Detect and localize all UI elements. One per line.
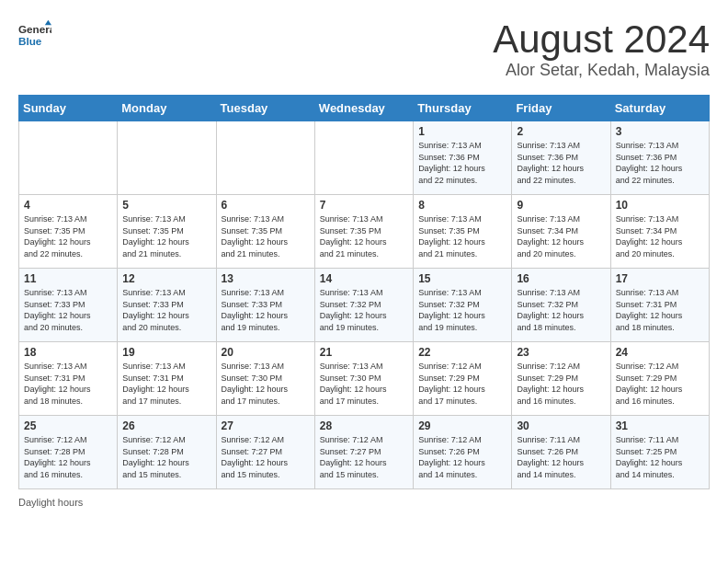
day-info: Sunrise: 7:13 AM Sunset: 7:34 PM Dayligh… <box>616 213 704 259</box>
logo: General Blue <box>18 18 51 52</box>
day-info: Sunrise: 7:13 AM Sunset: 7:31 PM Dayligh… <box>122 361 210 407</box>
day-info: Sunrise: 7:13 AM Sunset: 7:36 PM Dayligh… <box>418 140 506 186</box>
day-number: 26 <box>122 419 210 432</box>
day-cell: 18Sunrise: 7:13 AM Sunset: 7:31 PM Dayli… <box>19 342 118 416</box>
day-info: Sunrise: 7:13 AM Sunset: 7:32 PM Dayligh… <box>418 287 506 333</box>
day-header-row: SundayMondayTuesdayWednesdayThursdayFrid… <box>19 96 710 121</box>
day-number: 25 <box>24 419 112 432</box>
day-cell: 13Sunrise: 7:13 AM Sunset: 7:33 PM Dayli… <box>216 269 314 342</box>
day-cell: 19Sunrise: 7:13 AM Sunset: 7:31 PM Dayli… <box>118 342 216 416</box>
day-header-saturday: Saturday <box>610 96 709 121</box>
day-info: Sunrise: 7:13 AM Sunset: 7:33 PM Dayligh… <box>122 287 210 333</box>
calendar-table: SundayMondayTuesdayWednesdayThursdayFrid… <box>18 95 710 489</box>
day-cell: 21Sunrise: 7:13 AM Sunset: 7:30 PM Dayli… <box>314 342 413 416</box>
day-number: 5 <box>122 199 210 212</box>
day-info: Sunrise: 7:12 AM Sunset: 7:28 PM Dayligh… <box>24 434 112 480</box>
week-row-2: 4Sunrise: 7:13 AM Sunset: 7:35 PM Daylig… <box>19 195 710 269</box>
day-number: 20 <box>222 346 310 359</box>
week-row-5: 25Sunrise: 7:12 AM Sunset: 7:28 PM Dayli… <box>19 416 710 489</box>
day-cell: 23Sunrise: 7:12 AM Sunset: 7:29 PM Dayli… <box>512 342 610 416</box>
day-number: 11 <box>24 272 112 285</box>
day-number: 10 <box>616 199 704 212</box>
day-info: Sunrise: 7:12 AM Sunset: 7:29 PM Dayligh… <box>616 361 704 407</box>
day-number: 17 <box>616 272 704 285</box>
day-info: Sunrise: 7:13 AM Sunset: 7:31 PM Dayligh… <box>24 361 112 407</box>
day-info: Sunrise: 7:13 AM Sunset: 7:35 PM Dayligh… <box>320 213 408 259</box>
day-info: Sunrise: 7:13 AM Sunset: 7:36 PM Dayligh… <box>517 140 605 186</box>
day-cell: 1Sunrise: 7:13 AM Sunset: 7:36 PM Daylig… <box>414 121 512 195</box>
title-area: August 2024 Alor Setar, Kedah, Malaysia <box>493 18 710 80</box>
day-info: Sunrise: 7:13 AM Sunset: 7:33 PM Dayligh… <box>24 287 112 333</box>
day-number: 19 <box>122 346 210 359</box>
day-cell <box>19 121 118 195</box>
day-cell: 5Sunrise: 7:13 AM Sunset: 7:35 PM Daylig… <box>118 195 216 269</box>
day-number: 28 <box>320 419 408 432</box>
day-header-thursday: Thursday <box>414 96 512 121</box>
day-info: Sunrise: 7:12 AM Sunset: 7:27 PM Dayligh… <box>320 434 408 480</box>
day-info: Sunrise: 7:13 AM Sunset: 7:35 PM Dayligh… <box>418 213 506 259</box>
day-info: Sunrise: 7:13 AM Sunset: 7:35 PM Dayligh… <box>122 213 210 259</box>
day-info: Sunrise: 7:12 AM Sunset: 7:26 PM Dayligh… <box>418 434 506 480</box>
week-row-1: 1Sunrise: 7:13 AM Sunset: 7:36 PM Daylig… <box>19 121 710 195</box>
day-cell: 7Sunrise: 7:13 AM Sunset: 7:35 PM Daylig… <box>314 195 413 269</box>
day-number: 27 <box>222 419 310 432</box>
day-number: 12 <box>122 272 210 285</box>
day-header-monday: Monday <box>118 96 216 121</box>
day-info: Sunrise: 7:13 AM Sunset: 7:33 PM Dayligh… <box>222 287 310 333</box>
day-cell: 22Sunrise: 7:12 AM Sunset: 7:29 PM Dayli… <box>414 342 512 416</box>
day-number: 7 <box>320 199 408 212</box>
day-number: 14 <box>320 272 408 285</box>
location-subtitle: Alor Setar, Kedah, Malaysia <box>493 61 710 80</box>
day-number: 18 <box>24 346 112 359</box>
day-cell: 25Sunrise: 7:12 AM Sunset: 7:28 PM Dayli… <box>19 416 118 489</box>
day-number: 4 <box>24 199 112 212</box>
day-info: Sunrise: 7:11 AM Sunset: 7:26 PM Dayligh… <box>517 434 605 480</box>
day-number: 15 <box>418 272 506 285</box>
day-info: Sunrise: 7:12 AM Sunset: 7:29 PM Dayligh… <box>517 361 605 407</box>
day-cell <box>314 121 413 195</box>
day-header-sunday: Sunday <box>19 96 118 121</box>
day-cell: 16Sunrise: 7:13 AM Sunset: 7:32 PM Dayli… <box>512 269 610 342</box>
logo-icon: General Blue <box>18 18 51 52</box>
day-header-friday: Friday <box>512 96 610 121</box>
day-info: Sunrise: 7:12 AM Sunset: 7:28 PM Dayligh… <box>122 434 210 480</box>
day-header-tuesday: Tuesday <box>216 96 314 121</box>
day-number: 22 <box>418 346 506 359</box>
day-info: Sunrise: 7:13 AM Sunset: 7:30 PM Dayligh… <box>320 361 408 407</box>
day-header-wednesday: Wednesday <box>314 96 413 121</box>
day-cell: 2Sunrise: 7:13 AM Sunset: 7:36 PM Daylig… <box>512 121 610 195</box>
day-info: Sunrise: 7:11 AM Sunset: 7:25 PM Dayligh… <box>616 434 704 480</box>
day-cell: 10Sunrise: 7:13 AM Sunset: 7:34 PM Dayli… <box>610 195 709 269</box>
day-number: 13 <box>222 272 310 285</box>
day-number: 8 <box>418 199 506 212</box>
day-info: Sunrise: 7:12 AM Sunset: 7:27 PM Dayligh… <box>222 434 310 480</box>
day-cell: 30Sunrise: 7:11 AM Sunset: 7:26 PM Dayli… <box>512 416 610 489</box>
day-cell: 29Sunrise: 7:12 AM Sunset: 7:26 PM Dayli… <box>414 416 512 489</box>
day-number: 24 <box>616 346 704 359</box>
day-number: 30 <box>517 419 605 432</box>
day-cell: 27Sunrise: 7:12 AM Sunset: 7:27 PM Dayli… <box>216 416 314 489</box>
day-cell: 11Sunrise: 7:13 AM Sunset: 7:33 PM Dayli… <box>19 269 118 342</box>
day-cell: 17Sunrise: 7:13 AM Sunset: 7:31 PM Dayli… <box>610 269 709 342</box>
day-number: 3 <box>616 125 704 138</box>
week-row-3: 11Sunrise: 7:13 AM Sunset: 7:33 PM Dayli… <box>19 269 710 342</box>
day-cell: 31Sunrise: 7:11 AM Sunset: 7:25 PM Dayli… <box>610 416 709 489</box>
day-number: 31 <box>616 419 704 432</box>
svg-text:Blue: Blue <box>18 35 42 47</box>
day-number: 6 <box>222 199 310 212</box>
day-info: Sunrise: 7:13 AM Sunset: 7:36 PM Dayligh… <box>616 140 704 186</box>
day-number: 9 <box>517 199 605 212</box>
day-cell <box>118 121 216 195</box>
day-info: Sunrise: 7:12 AM Sunset: 7:29 PM Dayligh… <box>418 361 506 407</box>
day-cell: 15Sunrise: 7:13 AM Sunset: 7:32 PM Dayli… <box>414 269 512 342</box>
day-cell: 24Sunrise: 7:12 AM Sunset: 7:29 PM Dayli… <box>610 342 709 416</box>
day-cell: 9Sunrise: 7:13 AM Sunset: 7:34 PM Daylig… <box>512 195 610 269</box>
day-info: Sunrise: 7:13 AM Sunset: 7:32 PM Dayligh… <box>320 287 408 333</box>
day-cell <box>216 121 314 195</box>
day-number: 21 <box>320 346 408 359</box>
header: General Blue August 2024 Alor Setar, Ked… <box>18 18 710 80</box>
day-cell: 14Sunrise: 7:13 AM Sunset: 7:32 PM Dayli… <box>314 269 413 342</box>
day-info: Sunrise: 7:13 AM Sunset: 7:35 PM Dayligh… <box>222 213 310 259</box>
footer-note: Daylight hours <box>18 497 710 508</box>
day-cell: 26Sunrise: 7:12 AM Sunset: 7:28 PM Dayli… <box>118 416 216 489</box>
